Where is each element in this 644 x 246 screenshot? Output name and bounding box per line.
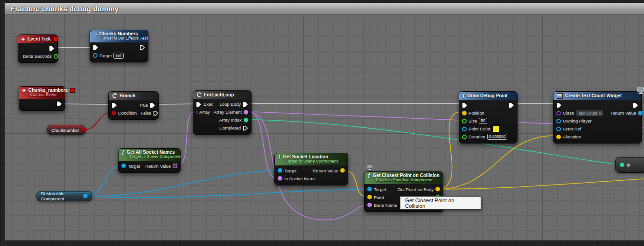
class-dropdown[interactable]: Text Count▾: [576, 110, 603, 116]
pin-label-condition: Condition: [118, 110, 137, 116]
event-enabled-indicator: [70, 88, 75, 93]
alocation-pin[interactable]: [556, 135, 561, 139]
node-branch[interactable]: Branch True Condition False: [108, 91, 159, 120]
in-socket-name-pin[interactable]: [278, 176, 282, 181]
owning-player-pin[interactable]: [556, 119, 561, 123]
array-index-pin[interactable]: [244, 118, 248, 123]
pin-label-array-index: Array Index: [219, 117, 242, 123]
node-create-text-count-widget[interactable]: Create Text Count Widget Class Text Coun…: [553, 91, 642, 144]
point-color-swatch[interactable]: [492, 125, 499, 132]
pin-label-point-color: Point Color: [469, 126, 490, 131]
variable-node-destructible-component[interactable]: Destructible Component: [36, 191, 92, 201]
pin-label-duration: Duration: [469, 134, 485, 139]
array-pin[interactable]: [196, 110, 197, 115]
return-value-pin[interactable]: [638, 111, 643, 116]
widget-icon: [557, 93, 563, 99]
completed-exec-pin[interactable]: [243, 125, 248, 131]
pin-label-array: Array: [199, 109, 210, 115]
blueprint-graph-canvas[interactable]: Fracture chunks debug dummy ◈ Event Tick: [0, 0, 644, 246]
exec-in-pin[interactable]: [93, 45, 98, 50]
out-point-on-body-pin[interactable]: [435, 187, 440, 191]
point-pin[interactable]: [367, 195, 372, 199]
chevron-down-icon: ▾: [599, 110, 601, 116]
node-event-tick[interactable]: ◈ Event Tick Delta Seconds: [18, 34, 58, 63]
duration-value-box[interactable]: 0.000000: [487, 134, 507, 140]
pin-label-bone-name: Bone Name: [374, 203, 397, 208]
node-chunks-numbers-call[interactable]: ◇ Chunks Numbers Target is DM Effects Te…: [90, 30, 148, 62]
loop-icon: [196, 92, 202, 97]
target-value-box[interactable]: self: [113, 53, 123, 59]
loop-body-exec-pin[interactable]: [243, 102, 248, 107]
pin-label-target: Target: [128, 164, 140, 169]
exec-out-pin[interactable]: [56, 101, 62, 107]
exec-in-pin[interactable]: [556, 102, 562, 108]
event-icon: ◈: [21, 37, 25, 41]
size-value-box[interactable]: 50: [479, 118, 487, 124]
pin-label-target: Target: [374, 187, 386, 192]
target-pin[interactable]: [93, 53, 98, 58]
tooltip-text: Get Closest Point on Collision: [405, 198, 476, 209]
variable-label: Chunknumber: [51, 128, 79, 133]
destructible-output-pin[interactable]: [83, 194, 88, 198]
node-foreachloop[interactable]: ForEachLoop Exec Loop Body Array Array E…: [193, 90, 252, 135]
duration-pin[interactable]: [462, 135, 467, 139]
node-subtitle: Custom Event: [30, 93, 62, 97]
delta-seconds-pin[interactable]: [54, 54, 58, 59]
exec-out-pin[interactable]: [509, 102, 514, 108]
node-title: Create Text Count Widget: [565, 93, 622, 98]
target-pin[interactable]: [121, 164, 126, 168]
pin-label-exec: Exec: [203, 102, 213, 107]
position-pin[interactable]: [462, 111, 467, 116]
pin-label-array-element: Array Element: [214, 109, 242, 115]
pin-label-target: Target: [284, 168, 296, 173]
variable-node-chunknumber[interactable]: Chunknumber: [47, 125, 86, 135]
node-chunks-numbers-event[interactable]: ◈ Chunks_numbers Custom Event: [19, 86, 65, 111]
class-pin[interactable]: [556, 111, 561, 116]
exec-in-pin[interactable]: [112, 102, 117, 108]
array-element-pin[interactable]: [244, 110, 248, 115]
pin-label-loop-body: Loop Body: [220, 102, 241, 107]
pin-label-return-value: Return Value: [611, 110, 637, 116]
pin-label-target: Target: [99, 53, 112, 58]
node-get-all-socket-names[interactable]: ƒ Get All Socket Names Target is Scene C…: [118, 148, 181, 173]
target-pin[interactable]: [278, 168, 282, 173]
actor-ref-pin[interactable]: [556, 127, 561, 131]
comment-header[interactable]: Fracture chunks debug dummy: [5, 3, 644, 14]
pin-label-in-socket-name: In Socket Name: [284, 176, 316, 181]
pin-label-false: False: [140, 110, 151, 116]
condition-pin[interactable]: [112, 111, 116, 116]
node-title: Event Tick: [28, 36, 51, 41]
true-exec-pin[interactable]: [150, 102, 155, 108]
return-value-array-pin[interactable]: [173, 164, 177, 168]
pin-label-completed: Completed: [219, 125, 241, 130]
function-icon: ƒ: [278, 155, 281, 159]
macro-icon: [112, 93, 117, 98]
exec-in-pin[interactable]: [462, 102, 468, 108]
pin-label-actor-ref: Actor Ref: [563, 126, 581, 131]
exec-out-pin[interactable]: [140, 45, 145, 50]
class-dropdown-value: Text Count: [578, 110, 597, 116]
false-exec-pin[interactable]: [153, 110, 159, 116]
return-value-pin[interactable]: [340, 168, 345, 173]
monitor-icon: [637, 87, 644, 95]
exec-out-pin[interactable]: [633, 102, 638, 108]
point-color-pin[interactable]: [462, 127, 467, 131]
pin-label-point: Point: [374, 195, 384, 200]
bone-name-pin[interactable]: [367, 203, 372, 207]
pin-label-return-value: Return Value: [313, 168, 338, 173]
int-input-pin[interactable]: [620, 163, 624, 167]
pin-label-class: Class: [563, 110, 574, 116]
target-pin[interactable]: [367, 187, 372, 191]
node-draw-debug-point[interactable]: ƒ Draw Debug Point Position Size 50 Poin…: [459, 91, 518, 144]
node-partial-right-edge[interactable]: [615, 157, 644, 173]
size-pin[interactable]: [462, 119, 467, 123]
exec-in-pin[interactable]: [196, 102, 202, 107]
exec-out-pin[interactable]: [49, 46, 55, 51]
function-icon: ƒ: [462, 94, 465, 98]
pin-label-out-point-on-body: Out Point on Body: [398, 187, 434, 192]
event-enabled-indicator: [53, 37, 58, 41]
node-get-socket-location[interactable]: ƒ Get Socket Location Target is Scene Co…: [274, 153, 348, 185]
chunknumber-output-pin[interactable]: [82, 128, 86, 132]
pin-label-true: True: [139, 102, 148, 108]
pin-label-position: Position: [469, 110, 484, 116]
